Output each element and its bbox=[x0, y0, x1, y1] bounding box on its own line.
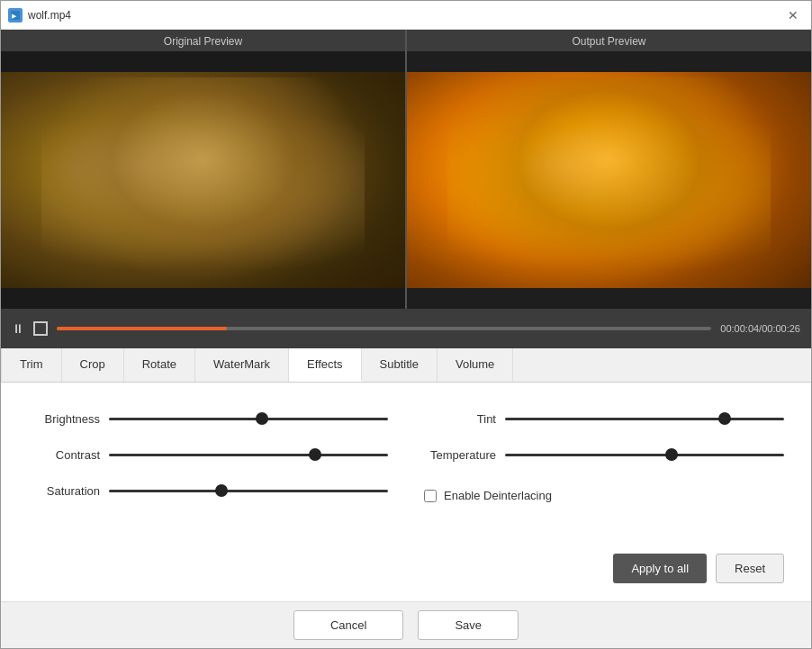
brightness-row: Brightness bbox=[28, 410, 388, 428]
brightness-slider-wrapper bbox=[109, 410, 388, 428]
tab-effects[interactable]: Effects bbox=[289, 348, 362, 382]
temperature-slider[interactable] bbox=[505, 454, 784, 456]
cancel-button[interactable]: Cancel bbox=[293, 610, 403, 640]
original-preview-panel: Original Preview bbox=[1, 30, 405, 309]
preview-videos: Original Preview Output Preview bbox=[1, 30, 811, 309]
preview-area: Original Preview Output Preview ⏸ bbox=[1, 30, 811, 348]
brightness-slider[interactable] bbox=[109, 418, 388, 420]
pause-icon: ⏸ bbox=[12, 321, 24, 336]
right-col: Tint Temperature Enable Deinterlacing bbox=[424, 410, 784, 521]
deinterlacing-row: Enable Deinterlacing bbox=[424, 489, 784, 502]
playback-bar: ⏸ 00:00:04/00:00:26 bbox=[1, 309, 811, 348]
effects-grid: Brightness Contrast Saturation bbox=[28, 401, 784, 530]
stop-button[interactable] bbox=[33, 321, 48, 336]
temperature-slider-wrapper bbox=[505, 446, 784, 464]
temperature-row: Temperature bbox=[424, 446, 784, 464]
original-wolf-overlay bbox=[41, 77, 365, 284]
pause-button[interactable]: ⏸ bbox=[12, 321, 24, 336]
output-video-canvas[interactable] bbox=[407, 51, 811, 309]
title-bar-left: ▶ wolf.mp4 bbox=[8, 8, 71, 23]
tab-subtitle[interactable]: Subtitle bbox=[362, 348, 438, 382]
bottom-bar: Cancel Save bbox=[1, 601, 811, 648]
time-display: 00:00:04/00:00:26 bbox=[720, 323, 800, 334]
action-buttons: Apply to all Reset bbox=[28, 545, 784, 583]
output-wolf-overlay bbox=[447, 77, 771, 284]
tint-slider[interactable] bbox=[505, 418, 784, 420]
tab-crop[interactable]: Crop bbox=[62, 348, 124, 382]
saturation-slider-wrapper bbox=[109, 482, 388, 500]
app-icon: ▶ bbox=[8, 8, 23, 23]
output-preview-panel: Output Preview bbox=[407, 30, 811, 309]
close-button[interactable]: ✕ bbox=[782, 5, 804, 26]
apply-to-all-button[interactable]: Apply to all bbox=[613, 554, 707, 583]
contrast-row: Contrast bbox=[28, 446, 388, 464]
tint-slider-wrapper bbox=[505, 410, 784, 428]
title-bar: ▶ wolf.mp4 ✕ bbox=[1, 1, 811, 30]
original-video-canvas[interactable] bbox=[1, 51, 405, 309]
saturation-row: Saturation bbox=[28, 482, 388, 500]
left-col: Brightness Contrast Saturation bbox=[28, 410, 388, 521]
progress-track[interactable] bbox=[57, 327, 711, 330]
save-button[interactable]: Save bbox=[418, 610, 519, 640]
tab-trim[interactable]: Trim bbox=[1, 348, 62, 382]
contrast-label: Contrast bbox=[28, 448, 100, 462]
contrast-slider[interactable] bbox=[109, 454, 388, 456]
deinterlacing-checkbox[interactable] bbox=[424, 490, 437, 502]
window-title: wolf.mp4 bbox=[28, 9, 71, 22]
original-preview-label: Original Preview bbox=[164, 30, 242, 51]
reset-button[interactable]: Reset bbox=[716, 554, 784, 583]
progress-fill bbox=[57, 327, 227, 330]
saturation-label: Saturation bbox=[28, 484, 100, 498]
contrast-slider-wrapper bbox=[109, 446, 388, 464]
saturation-slider[interactable] bbox=[109, 490, 388, 492]
deinterlacing-label: Enable Deinterlacing bbox=[444, 489, 552, 502]
tab-rotate[interactable]: Rotate bbox=[124, 348, 195, 382]
tabs-container: Trim Crop Rotate WaterMark Effects Subti… bbox=[1, 348, 811, 383]
effects-content: Brightness Contrast Saturation bbox=[1, 383, 811, 601]
tab-volume[interactable]: Volume bbox=[438, 348, 513, 382]
temperature-label: Temperature bbox=[424, 448, 496, 462]
tint-label: Tint bbox=[424, 412, 496, 426]
brightness-label: Brightness bbox=[28, 412, 100, 426]
tint-row: Tint bbox=[424, 410, 784, 428]
main-window: ▶ wolf.mp4 ✕ Original Preview Output Pre… bbox=[0, 0, 812, 649]
output-preview-label: Output Preview bbox=[572, 30, 645, 51]
tab-watermark[interactable]: WaterMark bbox=[195, 348, 289, 382]
